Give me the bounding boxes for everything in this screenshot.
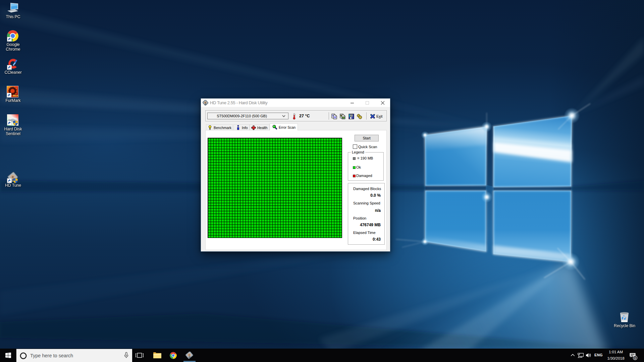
svg-text:Mark: Mark <box>13 94 19 97</box>
svg-text:1: 1 <box>634 356 636 360</box>
